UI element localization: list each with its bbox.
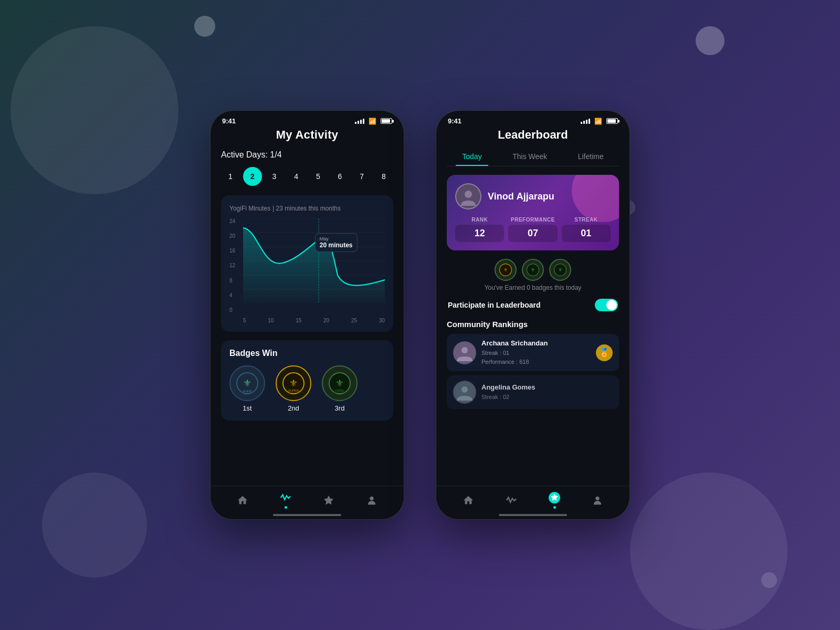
wifi-icon-right: 📶 [594,118,602,125]
battery-icon-left [381,118,392,124]
chart-svg [243,218,385,303]
signal-icon-right [581,119,590,124]
badges-earned-text: You've Earned 0 badges this today [447,284,619,291]
ranking-info-2: Angelina Gomes Streak : 02 [481,383,613,402]
day-5[interactable]: 5 [309,167,328,186]
badge-1st-circle: ⚜ FLEXI YOGI [229,365,265,401]
svg-text:YOGI: YOGI [244,393,251,394]
user-avatar [455,183,481,209]
day-7[interactable]: 7 [352,167,371,186]
activity-icon-right [505,494,518,507]
toggle-knob [606,300,617,310]
page-title-right: Leaderboard [447,128,619,142]
nav-activity-left[interactable] [279,491,292,509]
tab-lifetime[interactable]: Lifetime [572,149,610,166]
stat-performance: PREFORMANCE 07 [508,217,557,242]
svg-text:⚜: ⚜ [531,267,535,272]
badge-2nd-circle: ⚜ SUPER YOGI [276,365,311,401]
ranking-item-2: Angelina Gomes Streak : 02 [447,375,619,409]
profile-icon-left [365,494,378,507]
svg-text:⚜: ⚜ [335,378,344,388]
badge-2nd-label: 2nd [288,404,299,412]
tabs-row: Today This Week Lifetime [447,149,619,166]
nav-badges-right[interactable] [548,491,561,509]
badges-icon-right [548,491,561,504]
badges-icons-row: ⚜ ⚜ ⚜ [447,259,619,281]
nav-indicator-right [553,506,556,509]
day-4[interactable]: 4 [287,167,306,186]
bg-decoration-3 [696,26,724,55]
y-axis: 24 20 16 12 8 4 0 [229,218,241,313]
svg-text:⚜: ⚜ [243,378,251,388]
tab-this-week[interactable]: This Week [506,149,553,166]
chart-card: YogiFi Minutes | 23 minutes this months … [221,195,393,332]
nav-profile-right[interactable] [591,494,604,507]
nav-home-left[interactable] [236,494,249,507]
profile-icon-right [591,494,604,507]
signal-icon-left [355,119,364,124]
badge-2nd: ⚜ SUPER YOGI 2nd [276,365,311,412]
user-name: Vinod Ajjarapu [488,191,554,202]
badges-row: ⚜ FLEXI YOGI 1st ⚜ [229,365,385,412]
phone-left: 9:41 📶 My Activity Active Days: 1/4 [210,110,404,520]
svg-point-30 [461,347,468,353]
earned-badge-1: ⚜ [495,259,517,281]
bg-decoration-2 [194,16,215,37]
home-icon-left [236,494,249,507]
svg-point-34 [595,496,599,500]
earned-badge-3: ⚜ [549,259,571,281]
ranking-stats-2: Streak : 02 [481,393,613,402]
svg-text:⚜: ⚜ [558,267,562,272]
left-content: My Activity Active Days: 1/4 1 2 3 4 5 [211,128,404,428]
time-right: 9:41 [448,117,461,125]
status-bar-left: 9:41 📶 [211,111,404,128]
home-bar-right [499,514,567,516]
right-content: Leaderboard Today This Week Lifetime [436,128,629,413]
day-2[interactable]: 2 [243,167,262,186]
nav-activity-right[interactable] [505,494,518,507]
leaderboard-toggle[interactable] [595,299,618,311]
svg-text:⚜: ⚜ [289,378,298,388]
active-days-label: Active Days: 1/4 [221,150,393,160]
day-6[interactable]: 6 [331,167,350,186]
badge-1st: ⚜ FLEXI YOGI 1st [229,365,265,412]
wifi-icon-left: 📶 [369,118,376,125]
badges-title: Badges Win [229,349,385,358]
activity-icon-left [279,491,292,504]
home-icon-right [462,494,475,507]
page-title-left: My Activity [221,128,393,142]
day-3[interactable]: 3 [265,167,284,186]
badge-3rd: ⚜ COOL YOGI 3rd [322,365,358,412]
nav-home-right[interactable] [462,494,475,507]
nav-profile-left[interactable] [365,494,378,507]
time-left: 9:41 [222,117,236,125]
badges-card: Badges Win ⚜ FLEXI YOGI 1st [221,340,393,421]
phone-right: 9:41 📶 Leaderboard Today [436,110,630,520]
day-1[interactable]: 1 [221,167,240,186]
user-info: Vinod Ajjarapu [455,183,611,209]
svg-point-22 [465,191,472,198]
earned-badge-2: ⚜ [522,259,544,281]
chart-area: 24 20 16 12 8 4 0 [229,218,385,323]
bg-decoration-7 [630,472,788,630]
svg-text:⚜: ⚜ [503,267,508,272]
ranking-avatar-1 [453,341,476,364]
badges-icon-left [322,494,335,507]
tab-today[interactable]: Today [456,149,488,166]
badge-3rd-icon: ⚜ COOL YOGI [329,372,351,394]
nav-badges-left[interactable] [322,494,335,507]
community-title: Community Rankings [447,320,619,329]
ranking-avatar-2 [453,381,476,404]
svg-point-7 [317,237,321,242]
badge-1st-icon: ⚜ FLEXI YOGI [236,372,258,394]
ranking-info-1: Archana Srichandan Streak : 01 Performan… [481,339,591,366]
stat-rank: RANK 12 [455,217,504,242]
toggle-label: Participate in Leaderboard [448,301,541,309]
ranking-stats-1: Streak : 01 Performance : 618 [481,349,591,366]
days-row: 1 2 3 4 5 6 7 [221,167,393,186]
x-axis: 5 10 15 20 25 30 [243,318,385,323]
ranking-name-2: Angelina Gomes [481,383,613,391]
nav-indicator-left [285,506,287,509]
badge-1st-label: 1st [243,404,251,412]
day-8[interactable]: 8 [374,167,393,186]
